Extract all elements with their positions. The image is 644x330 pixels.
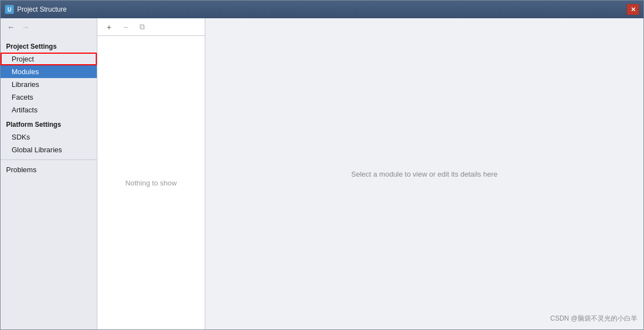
add-module-button[interactable]: + — [102, 20, 116, 34]
sidebar-item-sdks[interactable]: SDKs — [1, 131, 97, 143]
sidebar-item-project[interactable]: Project — [1, 53, 97, 65]
nothing-to-show-label: Nothing to show — [125, 179, 176, 187]
title-bar: U Project Structure ✕ — [1, 1, 643, 18]
module-placeholder-text: Select a module to view or edit its deta… — [351, 170, 497, 178]
sidebar-content: Project Settings Project Modules Librari… — [1, 36, 97, 329]
sidebar-item-facets[interactable]: Facets — [1, 91, 97, 104]
copy-module-button[interactable]: ⧉ — [135, 20, 149, 34]
project-settings-header: Project Settings — [1, 40, 97, 53]
sidebar-item-artifacts[interactable]: Artifacts — [1, 104, 97, 116]
window-title: Project Structure — [17, 6, 66, 13]
modules-content: Nothing to show — [97, 36, 205, 329]
sidebar-item-modules[interactable]: Modules — [1, 65, 97, 78]
project-structure-window: U Project Structure ✕ ← → Project Settin… — [0, 0, 644, 330]
forward-button[interactable]: → — [19, 22, 32, 33]
content-area: ← → Project Settings Project Modules — [1, 18, 643, 329]
main-layout: ← → Project Settings Project Modules — [1, 18, 643, 329]
app-icon: U — [5, 5, 14, 14]
title-bar-left: U Project Structure — [5, 5, 66, 14]
main-content-area: Select a module to view or edit its deta… — [205, 18, 643, 329]
sidebar-item-global-libraries[interactable]: Global Libraries — [1, 143, 97, 156]
back-button[interactable]: ← — [5, 22, 17, 33]
modules-toolbar: + − ⧉ — [97, 18, 205, 36]
sidebar-item-problems[interactable]: Problems — [1, 163, 97, 176]
sidebar-item-libraries[interactable]: Libraries — [1, 78, 97, 91]
modules-panel: + − ⧉ Nothing to show — [97, 18, 205, 329]
project-item-wrapper: Project — [1, 53, 97, 65]
remove-module-button[interactable]: − — [118, 20, 133, 34]
close-button[interactable]: ✕ — [627, 4, 639, 15]
window-controls: ✕ — [627, 4, 639, 15]
nav-toolbar: ← → — [1, 18, 97, 36]
sidebar-divider — [1, 159, 97, 160]
sidebar: ← → Project Settings Project Modules — [1, 18, 97, 329]
platform-settings-header: Platform Settings — [1, 118, 97, 131]
watermark: CSDN @脑袋不灵光的小白羊 — [550, 314, 637, 323]
